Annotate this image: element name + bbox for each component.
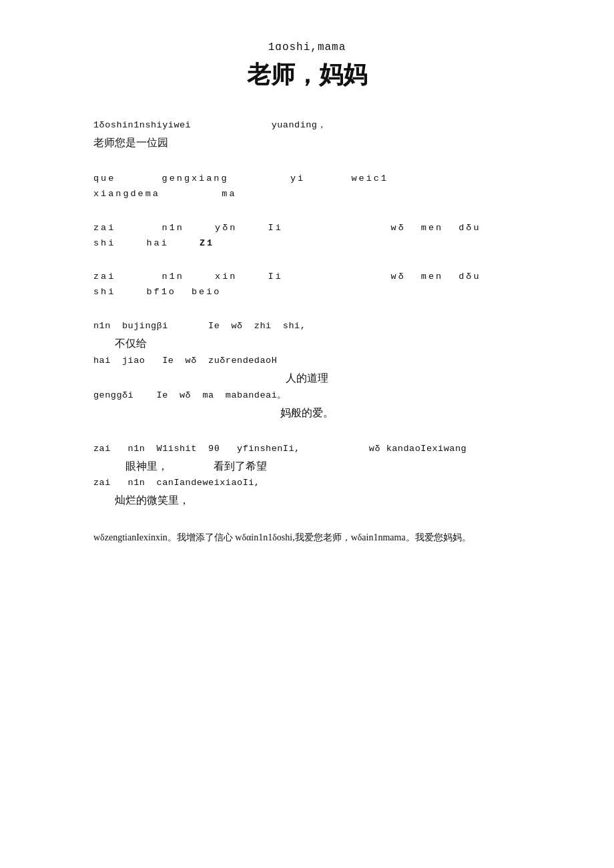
section-3-pinyin: zai n1n yδn Ii wδ men dδu shi hai Z1 xyxy=(93,221,521,252)
section-1-chinese: 老师您是一位园 xyxy=(93,133,521,153)
section-1: 1δoshin1nshiyiwei yuanding， 老师您是一位园 xyxy=(93,118,521,153)
section-6-pinyin1: zai n1n W1ishit 9θ yfinshenIi, wδ kandao… xyxy=(93,442,521,457)
section-5-pinyin1: n1n bujingβi Ie wδ zhi shi, xyxy=(93,319,521,334)
section-5-chinese3: 妈般的爱。 xyxy=(93,404,521,423)
section-2-pinyin: que gengxiang yi weic1 xiangdema ma xyxy=(93,171,521,202)
section-6-chinese2: 灿烂的微笑里， xyxy=(93,491,521,510)
section-final: wδzengtianIexinxin。我增添了信心 wδαin1n1δoshi,… xyxy=(93,529,521,547)
section-4: zai n1n xin Ii wδ men dδu shi bf1o beio xyxy=(93,270,521,300)
section-6: zai n1n W1ishit 9θ yfinshenIi, wδ kandao… xyxy=(93,442,521,510)
section-5-pinyin2: hai jiao Ie wδ zuδrendedaoH xyxy=(93,354,521,369)
section-6-chinese1: 眼神里， 看到了希望 xyxy=(93,457,521,476)
title-chinese: 老师，妈妈 xyxy=(93,59,521,91)
section-5-chinese2: 人的道理 xyxy=(93,369,521,388)
section-5-chinese1: 不仅给 xyxy=(93,334,521,354)
section-3: zai n1n yδn Ii wδ men dδu shi hai Z1 xyxy=(93,221,521,252)
title-pinyin: 1ɑoshi,mama xyxy=(93,40,521,53)
page-container: 1ɑoshi,mama 老师，妈妈 1δoshin1nshiyiwei yuan… xyxy=(93,40,521,547)
section-2: que gengxiang yi weic1 xiangdema ma xyxy=(93,171,521,202)
section-5: n1n bujingβi Ie wδ zhi shi, 不仅给 hai jiao… xyxy=(93,319,521,422)
section-1-pinyin: 1δoshin1nshiyiwei yuanding， xyxy=(93,118,521,133)
final-paragraph: wδzengtianIexinxin。我增添了信心 wδαin1n1δoshi,… xyxy=(93,529,521,547)
section-5-pinyin3: genggδi Ie wδ ma mabandeai。 xyxy=(93,388,521,404)
section-4-pinyin: zai n1n xin Ii wδ men dδu shi bf1o beio xyxy=(93,270,521,300)
section-6-pinyin2: zai n1n canIandeweixiaoIi, xyxy=(93,476,521,491)
